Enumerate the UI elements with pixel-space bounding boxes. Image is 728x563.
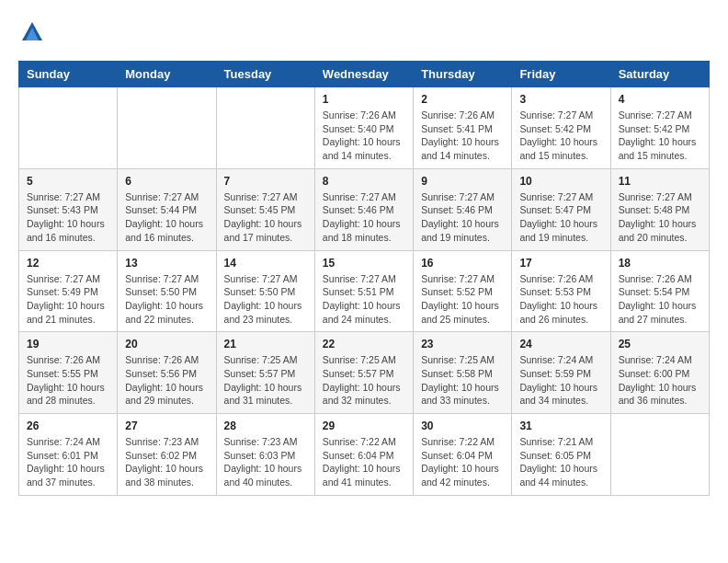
day-number: 18 <box>619 257 701 270</box>
calendar-cell: 26Sunrise: 7:24 AM Sunset: 6:01 PM Dayli… <box>19 414 118 496</box>
weekday-header-monday: Monday <box>118 62 216 87</box>
day-number: 6 <box>125 175 208 188</box>
weekday-header-wednesday: Wednesday <box>314 62 413 87</box>
calendar-cell <box>216 87 314 169</box>
calendar-cell: 28Sunrise: 7:23 AM Sunset: 6:03 PM Dayli… <box>216 414 314 496</box>
day-number: 3 <box>519 93 602 106</box>
day-info: Sunrise: 7:27 AM Sunset: 5:52 PM Dayligh… <box>421 272 504 327</box>
day-info: Sunrise: 7:27 AM Sunset: 5:50 PM Dayligh… <box>224 272 307 327</box>
day-info: Sunrise: 7:27 AM Sunset: 5:42 PM Dayligh… <box>519 109 602 163</box>
day-number: 14 <box>224 257 307 270</box>
day-number: 11 <box>619 175 701 188</box>
day-number: 9 <box>421 175 504 188</box>
calendar-cell: 30Sunrise: 7:22 AM Sunset: 6:04 PM Dayli… <box>414 414 512 496</box>
day-info: Sunrise: 7:26 AM Sunset: 5:56 PM Dayligh… <box>125 353 208 408</box>
day-info: Sunrise: 7:27 AM Sunset: 5:45 PM Dayligh… <box>224 190 307 245</box>
day-number: 17 <box>519 257 602 270</box>
calendar-table: SundayMondayTuesdayWednesdayThursdayFrid… <box>18 61 710 496</box>
calendar-cell <box>19 87 118 169</box>
calendar-cell: 21Sunrise: 7:25 AM Sunset: 5:57 PM Dayli… <box>216 332 314 414</box>
day-info: Sunrise: 7:27 AM Sunset: 5:48 PM Dayligh… <box>619 190 701 245</box>
day-number: 15 <box>323 257 405 270</box>
day-info: Sunrise: 7:27 AM Sunset: 5:47 PM Dayligh… <box>519 190 602 245</box>
day-number: 12 <box>27 257 109 270</box>
calendar-cell: 12Sunrise: 7:27 AM Sunset: 5:49 PM Dayli… <box>19 250 118 332</box>
day-number: 21 <box>224 338 307 350</box>
calendar-cell: 9Sunrise: 7:27 AM Sunset: 5:46 PM Daylig… <box>414 168 512 250</box>
calendar-cell: 13Sunrise: 7:27 AM Sunset: 5:50 PM Dayli… <box>118 250 216 332</box>
calendar-week-row: 1Sunrise: 7:26 AM Sunset: 5:40 PM Daylig… <box>19 87 710 169</box>
day-number: 1 <box>323 93 405 106</box>
calendar-cell: 20Sunrise: 7:26 AM Sunset: 5:56 PM Dayli… <box>118 332 216 414</box>
day-number: 28 <box>224 419 307 432</box>
logo-icon <box>18 18 46 46</box>
weekday-header-friday: Friday <box>512 62 610 87</box>
weekday-header-sunday: Sunday <box>19 62 118 87</box>
day-number: 20 <box>125 338 208 350</box>
day-info: Sunrise: 7:24 AM Sunset: 5:59 PM Dayligh… <box>519 353 602 408</box>
calendar-cell: 31Sunrise: 7:21 AM Sunset: 6:05 PM Dayli… <box>512 414 610 496</box>
day-number: 31 <box>519 419 602 432</box>
day-number: 4 <box>619 93 701 106</box>
day-info: Sunrise: 7:22 AM Sunset: 6:04 PM Dayligh… <box>421 435 504 489</box>
weekday-header-thursday: Thursday <box>414 62 512 87</box>
calendar-week-row: 26Sunrise: 7:24 AM Sunset: 6:01 PM Dayli… <box>19 414 710 496</box>
day-number: 10 <box>519 175 602 188</box>
calendar-cell: 15Sunrise: 7:27 AM Sunset: 5:51 PM Dayli… <box>314 250 413 332</box>
calendar-cell <box>610 414 709 496</box>
day-info: Sunrise: 7:25 AM Sunset: 5:57 PM Dayligh… <box>224 353 307 408</box>
calendar-cell: 25Sunrise: 7:24 AM Sunset: 6:00 PM Dayli… <box>610 332 709 414</box>
day-number: 29 <box>323 419 405 432</box>
day-info: Sunrise: 7:27 AM Sunset: 5:50 PM Dayligh… <box>125 272 208 327</box>
day-info: Sunrise: 7:22 AM Sunset: 6:04 PM Dayligh… <box>323 435 405 489</box>
weekday-header-saturday: Saturday <box>610 62 709 87</box>
calendar-cell: 18Sunrise: 7:26 AM Sunset: 5:54 PM Dayli… <box>610 250 709 332</box>
day-info: Sunrise: 7:26 AM Sunset: 5:55 PM Dayligh… <box>27 353 109 408</box>
day-number: 26 <box>27 419 109 432</box>
day-number: 22 <box>323 338 405 350</box>
calendar-cell: 2Sunrise: 7:26 AM Sunset: 5:41 PM Daylig… <box>414 87 512 169</box>
calendar-cell: 24Sunrise: 7:24 AM Sunset: 5:59 PM Dayli… <box>512 332 610 414</box>
calendar-cell: 5Sunrise: 7:27 AM Sunset: 5:43 PM Daylig… <box>19 168 118 250</box>
weekday-header-row: SundayMondayTuesdayWednesdayThursdayFrid… <box>19 62 710 87</box>
day-info: Sunrise: 7:23 AM Sunset: 6:02 PM Dayligh… <box>125 435 208 489</box>
calendar-cell <box>118 87 216 169</box>
day-info: Sunrise: 7:24 AM Sunset: 6:00 PM Dayligh… <box>619 353 701 408</box>
weekday-header-tuesday: Tuesday <box>216 62 314 87</box>
calendar-cell: 27Sunrise: 7:23 AM Sunset: 6:02 PM Dayli… <box>118 414 216 496</box>
day-number: 27 <box>125 419 208 432</box>
day-number: 16 <box>421 257 504 270</box>
calendar-cell: 23Sunrise: 7:25 AM Sunset: 5:58 PM Dayli… <box>414 332 512 414</box>
calendar-cell: 16Sunrise: 7:27 AM Sunset: 5:52 PM Dayli… <box>414 250 512 332</box>
day-info: Sunrise: 7:23 AM Sunset: 6:03 PM Dayligh… <box>224 435 307 489</box>
calendar-cell: 6Sunrise: 7:27 AM Sunset: 5:44 PM Daylig… <box>118 168 216 250</box>
logo <box>18 18 50 46</box>
calendar-week-row: 19Sunrise: 7:26 AM Sunset: 5:55 PM Dayli… <box>19 332 710 414</box>
calendar-cell: 11Sunrise: 7:27 AM Sunset: 5:48 PM Dayli… <box>610 168 709 250</box>
day-info: Sunrise: 7:27 AM Sunset: 5:44 PM Dayligh… <box>125 190 208 245</box>
day-number: 24 <box>519 338 602 350</box>
day-number: 30 <box>421 419 504 432</box>
day-info: Sunrise: 7:26 AM Sunset: 5:41 PM Dayligh… <box>421 109 504 163</box>
day-number: 5 <box>27 175 109 188</box>
calendar-cell: 17Sunrise: 7:26 AM Sunset: 5:53 PM Dayli… <box>512 250 610 332</box>
day-number: 8 <box>323 175 405 188</box>
day-info: Sunrise: 7:25 AM Sunset: 5:57 PM Dayligh… <box>323 353 405 408</box>
calendar-week-row: 5Sunrise: 7:27 AM Sunset: 5:43 PM Daylig… <box>19 168 710 250</box>
day-info: Sunrise: 7:21 AM Sunset: 6:05 PM Dayligh… <box>519 435 602 489</box>
day-info: Sunrise: 7:24 AM Sunset: 6:01 PM Dayligh… <box>27 435 109 489</box>
day-info: Sunrise: 7:26 AM Sunset: 5:54 PM Dayligh… <box>619 272 701 327</box>
day-info: Sunrise: 7:26 AM Sunset: 5:40 PM Dayligh… <box>323 109 405 163</box>
calendar-cell: 14Sunrise: 7:27 AM Sunset: 5:50 PM Dayli… <box>216 250 314 332</box>
day-number: 23 <box>421 338 504 350</box>
calendar-cell: 3Sunrise: 7:27 AM Sunset: 5:42 PM Daylig… <box>512 87 610 169</box>
day-info: Sunrise: 7:27 AM Sunset: 5:49 PM Dayligh… <box>27 272 109 327</box>
day-info: Sunrise: 7:27 AM Sunset: 5:51 PM Dayligh… <box>323 272 405 327</box>
day-info: Sunrise: 7:27 AM Sunset: 5:42 PM Dayligh… <box>619 109 701 163</box>
day-info: Sunrise: 7:27 AM Sunset: 5:43 PM Dayligh… <box>27 190 109 245</box>
day-number: 13 <box>125 257 208 270</box>
calendar-cell: 10Sunrise: 7:27 AM Sunset: 5:47 PM Dayli… <box>512 168 610 250</box>
day-number: 25 <box>619 338 701 350</box>
calendar-cell: 29Sunrise: 7:22 AM Sunset: 6:04 PM Dayli… <box>314 414 413 496</box>
calendar-cell: 22Sunrise: 7:25 AM Sunset: 5:57 PM Dayli… <box>314 332 413 414</box>
